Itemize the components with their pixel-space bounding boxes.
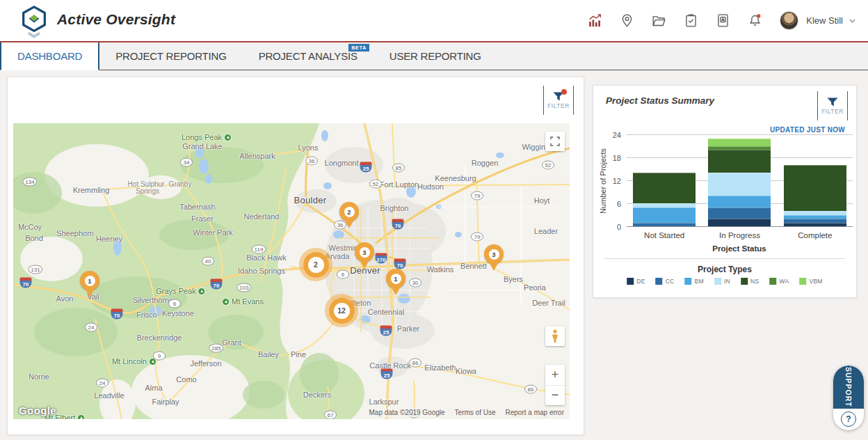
terms-link[interactable]: Terms of Use <box>455 409 496 416</box>
bar-segment-NS[interactable] <box>633 173 696 203</box>
cluster-ring: 2 <box>303 252 329 278</box>
bar-not-started[interactable] <box>627 135 702 227</box>
legend-swatch <box>656 278 663 285</box>
map-label: Hudson <box>417 182 444 191</box>
chevron-down-icon[interactable] <box>849 19 855 23</box>
legend-label: IN <box>724 278 730 285</box>
marker-count: 2 <box>308 257 324 273</box>
pin-tail <box>488 261 499 271</box>
tab-project-reporting[interactable]: PROJECT REPORTING <box>99 42 242 70</box>
peak-label: Grays Peak <box>156 287 205 295</box>
tab-dashboard[interactable]: DASHBOARD <box>0 42 99 70</box>
legend-label: CC <box>666 278 675 285</box>
bar-segment-BM[interactable] <box>708 196 771 207</box>
tab-user-reporting[interactable]: USER REPORTING <box>373 42 497 70</box>
map-marker-pin[interactable]: 1 <box>80 271 99 298</box>
bar-segment-CC[interactable] <box>633 223 696 227</box>
app-header: Active Oversight Klew Still <box>0 0 868 41</box>
route-shield: 119 <box>252 245 266 254</box>
route-shield: 25 <box>360 162 372 173</box>
updated-status: UPDATED JUST NOW <box>770 126 845 134</box>
pin-tail <box>359 259 370 269</box>
folder-icon[interactable] <box>652 13 666 28</box>
bar-segment-IN[interactable] <box>708 173 771 196</box>
map-label: Byers <box>504 275 523 283</box>
legend-item-IN: IN <box>714 278 730 285</box>
bar-segment-CC[interactable] <box>708 207 771 219</box>
analytics-icon[interactable] <box>588 13 602 28</box>
peak-label: Mt Evans <box>222 297 264 306</box>
legend-swatch <box>741 278 748 285</box>
map-label: Kremmling <box>73 186 110 194</box>
notifications-icon[interactable] <box>748 13 762 28</box>
map-filter-button[interactable]: FILTER <box>543 86 574 115</box>
map-label: Winter Park <box>193 228 232 237</box>
legend-label: VBM <box>809 278 822 285</box>
bar-segment-DE[interactable] <box>708 219 771 226</box>
route-shield: 79 <box>471 233 483 242</box>
legend-label: NS <box>750 278 759 285</box>
y-tick-label: 0 <box>617 223 621 231</box>
nav-tabs: DASHBOARDPROJECT REPORTINGPROJECT ANALYS… <box>0 41 868 70</box>
bar-segment-DE[interactable] <box>784 223 846 227</box>
map-label: Norrie <box>29 372 49 381</box>
map-label: Centennial <box>368 308 405 316</box>
map-marker-pin[interactable]: 2 <box>339 202 359 229</box>
map-label: Pine <box>291 350 306 359</box>
route-shield: 40 <box>202 257 214 266</box>
bar-in-progress[interactable] <box>702 135 777 227</box>
map-label: Avon <box>56 294 74 303</box>
map[interactable]: Grand LakeLongs PeakAllensparkLyonsLongm… <box>13 123 570 419</box>
map-label: Grand Lake <box>182 142 222 150</box>
user-avatar[interactable] <box>780 11 798 30</box>
peak-pin-icon <box>77 414 85 420</box>
y-tick-label: 12 <box>613 177 621 185</box>
bar-complete[interactable] <box>778 135 853 227</box>
map-marker-pin[interactable]: 3 <box>484 244 504 272</box>
map-label: Hoyt <box>534 196 550 205</box>
map-label: Tabernash <box>179 203 215 211</box>
bar-segment-NS[interactable] <box>708 150 771 173</box>
map-label: Black Hawk <box>246 253 286 262</box>
map-label: Breckenridge <box>137 333 182 342</box>
location-icon[interactable] <box>620 13 634 28</box>
stacked-bar <box>708 139 771 227</box>
contacts-icon[interactable] <box>716 13 730 28</box>
bar-segment-BM[interactable] <box>633 207 696 223</box>
google-logo: Google <box>19 404 56 416</box>
chart-filter-button[interactable]: FILTER <box>817 91 848 120</box>
map-marker-cluster[interactable]: 2 <box>299 248 332 281</box>
filter-icon <box>553 91 564 100</box>
map-label: Idaho Springs <box>238 267 285 275</box>
chart-plot: 06121824 <box>627 135 853 227</box>
map-marker-cluster[interactable]: 12 <box>325 294 358 327</box>
user-name[interactable]: Klew Still <box>806 15 843 26</box>
tab-project-analysis[interactable]: PROJECT ANALYSISBETA <box>243 42 373 70</box>
y-tick-label: 24 <box>613 131 621 139</box>
bar-segment-VBM[interactable] <box>708 139 771 146</box>
route-shield: 24 <box>96 379 108 388</box>
street-view-pegman[interactable] <box>545 327 565 346</box>
divider <box>604 258 845 259</box>
route-shield: 70 <box>211 279 223 290</box>
filter-label: FILTER <box>821 108 844 115</box>
bar-segment-NS[interactable] <box>784 165 846 211</box>
map-label: Watkins <box>427 265 454 274</box>
map-marker-pin[interactable]: 3 <box>355 242 374 269</box>
map-label: Elizabeth <box>424 363 456 372</box>
y-tick-label: 6 <box>617 200 621 208</box>
zoom-out-button[interactable]: − <box>545 386 565 406</box>
fullscreen-button[interactable] <box>545 132 565 151</box>
tasks-icon[interactable] <box>684 13 698 28</box>
support-label: SUPPORT <box>844 367 853 407</box>
support-tab[interactable]: SUPPORT ? <box>833 366 864 430</box>
x-axis-label: Project Status <box>712 244 766 253</box>
map-data-text: Map data ©2019 Google <box>369 409 444 416</box>
report-error-link[interactable]: Report a map error <box>506 409 564 416</box>
zoom-in-button[interactable]: + <box>545 365 565 386</box>
chart-title: Project Status Summary <box>606 95 714 106</box>
map-label: Silverthorne <box>133 296 174 304</box>
help-icon[interactable]: ? <box>841 411 856 427</box>
app-logo-icon <box>18 5 50 38</box>
map-marker-pin[interactable]: 1 <box>386 269 405 296</box>
